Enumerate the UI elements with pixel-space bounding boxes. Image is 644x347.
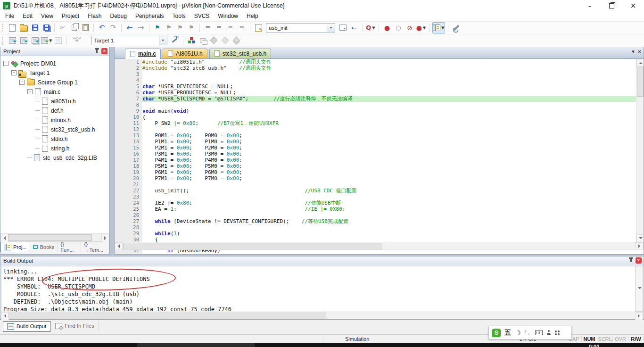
save-all-button[interactable] [41,23,51,33]
tree-item-target-1[interactable]: -Target 1 [0,68,109,78]
build-output-log[interactable]: linking...*** ERROR L104: MULTIPLE PUBLI… [1,266,643,312]
punctuation-icon[interactable]: °， [525,330,531,336]
tree-expander-icon[interactable]: - [3,61,8,66]
stop-build-button[interactable] [53,35,64,46]
editor-tab-main-c[interactable]: main.c [125,49,161,59]
save-button[interactable] [30,23,40,33]
code-line-32[interactable]: 32 if (bUsbOutReady) [115,249,644,254]
line-number[interactable]: 12 [123,126,142,132]
line-number[interactable]: 26 [123,212,142,218]
minimize-button[interactable]: – [579,0,601,11]
search-input[interactable]: usb_init [266,23,327,33]
editor-tab-ai8051u-h[interactable]: AI8051U.h [163,49,207,58]
window-layout-button[interactable]: ▾ [432,22,445,33]
code-line-12[interactable]: 12 [115,126,644,132]
code-line-29[interactable]: 29 while(1) [115,231,644,237]
tab-scroll-dropdown-button[interactable]: ▾ [632,49,635,54]
pin-icon[interactable] [630,259,632,262]
user-icon[interactable] [546,330,551,335]
build-output-close-button[interactable]: × [636,257,642,264]
menu-item-edit[interactable]: Edit [18,11,37,21]
download-flash-button[interactable]: LOAD [70,35,84,46]
menu-item-debug[interactable]: Debug [106,11,131,21]
line-number[interactable]: 4 [123,77,142,83]
code-line-10[interactable]: 10{ [115,114,644,120]
line-number[interactable]: 22 [123,188,142,194]
ime-wubi-mode[interactable]: 五 [504,329,511,337]
line-number[interactable]: 10 [123,114,142,120]
paste-button[interactable] [80,23,91,33]
tree-expander-icon[interactable]: - [27,89,33,94]
code-line-9[interactable]: 9void main(void) [115,108,644,114]
code-line-18[interactable]: 18 P5M1 = 0x00; P5M0 = 0x00; [115,163,644,169]
navigate-back-button[interactable]: ← [124,23,135,33]
menu-item-window[interactable]: Window [214,11,242,21]
next-bookmark-button[interactable]: ⚑ [175,23,185,33]
open-file-button[interactable] [18,23,29,33]
tree-item-string-h[interactable]: string.h [0,144,109,153]
find-in-files-button[interactable] [338,23,348,33]
tree-expander-icon[interactable]: - [11,70,17,75]
undo-button[interactable]: ↶ [97,23,107,33]
line-number[interactable]: 16 [123,151,142,157]
line-number[interactable]: 21 [123,182,142,188]
book-search-button[interactable]: Q▾ [365,23,376,33]
project-panel-close-button[interactable]: × [101,48,107,54]
code-line-16[interactable]: 16 P3M1 = 0x00; P3M0 = 0x00; [115,151,644,157]
file-extensions-button[interactable] [198,35,208,46]
output-tab-build-output[interactable]: Build Output [3,321,50,332]
line-number[interactable]: 1 [123,59,142,65]
uncomment-button[interactable]: ≡ [237,23,247,33]
line-number[interactable]: 23 [123,194,142,200]
line-number[interactable]: 15 [123,145,142,151]
menu-item-help[interactable]: Help [242,11,263,21]
tree-item-intrins-h[interactable]: intrins.h [0,116,109,125]
line-number[interactable]: 2 [123,65,142,71]
toggle-bookmark-button[interactable]: ⚑ [152,23,163,33]
menu-item-peripherals[interactable]: Peripherals [131,11,168,21]
output-tab-find-in-files[interactable]: Find In Files [51,321,99,331]
code-line-27[interactable]: 27 while (DeviceState != DEVSTATE_CONFIG… [115,218,644,224]
line-number[interactable]: 3 [123,71,142,77]
project-hscrollbar[interactable] [0,233,109,241]
panel-tab-fun[interactable]: {} Fun... [58,242,81,252]
unindent-button[interactable]: ≡ [203,23,213,33]
keyboard-icon[interactable] [535,330,543,335]
code-line-28[interactable]: 28 [115,224,644,231]
code-line-13[interactable]: 13 P0M1 = 0x00; P0M0 = 0x00; [115,132,644,139]
panel-tab-proj[interactable]: Proj... [0,242,30,252]
batch-setup-button[interactable] [220,35,231,46]
code-line-2[interactable]: 2#include "stc32_stc8_usb.h" //调用头文件 [115,65,644,71]
translate-file-button[interactable] [7,35,17,46]
manage-rte-button[interactable] [186,35,197,46]
menu-item-tools[interactable]: Tools [168,11,190,21]
comment-button[interactable]: ≡ [225,23,236,33]
code-line-17[interactable]: 17 P4M1 = 0x00; P4M0 = 0x00; [115,157,644,163]
tree-item-source-group-1[interactable]: -Source Group 1 [0,78,109,87]
code-line-30[interactable]: 30 { [115,237,644,242]
search-dropdown-button[interactable]: ▾ [327,23,335,33]
target-dropdown-button[interactable]: ▾ [159,36,167,45]
enable-disable-breakpoint-button[interactable]: ○ [393,23,404,33]
code-line-26[interactable]: 26 [115,212,644,218]
moon-icon[interactable]: ☽ [515,329,521,337]
editor-hscrollbar[interactable] [115,242,644,249]
indent-button[interactable]: ≡ [214,23,224,33]
line-number[interactable]: 13 [123,132,142,139]
tree-item-ai8051u-h[interactable]: ai8051u.h [0,97,109,106]
new-file-button[interactable] [7,23,17,33]
line-number[interactable]: 25 [123,206,142,212]
incremental-find-button[interactable]: ← [349,23,359,33]
line-number[interactable]: 11 [123,120,142,126]
panel-tab-tem[interactable]: {}→Tem... [81,242,109,252]
code-line-4[interactable]: 4 [115,77,644,83]
editor-tab-stc32-stc8-usb-h[interactable]: stc32_stc8_usb.h [209,49,271,58]
multi-project-button[interactable] [209,35,219,46]
menu-item-file[interactable]: File [1,11,18,21]
code-line-22[interactable]: 22 usb_init(); //USB CDC 接口配置 [115,188,644,194]
tree-item-main-c[interactable]: -main.c [0,87,109,97]
line-number[interactable]: 5 [123,83,142,90]
clear-bookmarks-button[interactable]: ⚑ [186,23,197,33]
configure-tools-button[interactable] [451,23,462,33]
prev-bookmark-button[interactable]: ⚑ [164,23,174,33]
